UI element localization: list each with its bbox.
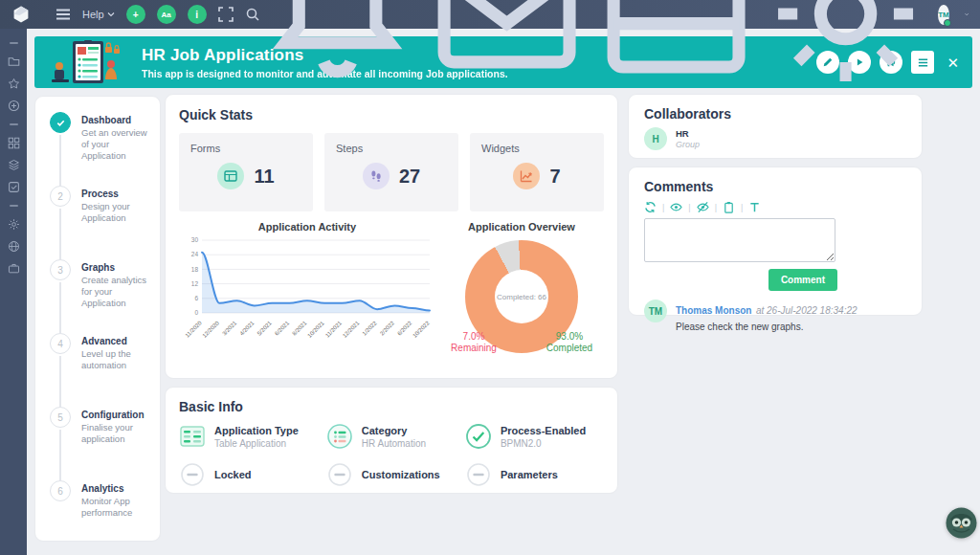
- svg-text:0: 0: [194, 309, 198, 316]
- application-overview-chart: Application Overview Completed: 66 7.0% …: [439, 221, 604, 353]
- step-number: 6: [50, 480, 71, 501]
- globe-icon[interactable]: [8, 240, 20, 253]
- stat-value: 11: [254, 166, 274, 188]
- info-label: Process-Enabled: [501, 425, 586, 436]
- step-title: Graphs: [81, 259, 152, 273]
- donut-label-remaining: 7.0% Remaining: [439, 331, 508, 353]
- charts-row: Application Activity 061218243011/202012…: [179, 221, 604, 353]
- svg-text:11/2020: 11/2020: [184, 320, 203, 339]
- step-dashboard[interactable]: Dashboard Get an overview of your Applic…: [49, 112, 150, 186]
- step-configuration[interactable]: 5 Configuration Finalise your applicatio…: [49, 407, 150, 480]
- envelope-icon: [430, 0, 584, 92]
- info-label: Category: [362, 425, 426, 436]
- info-category: Category HR Automation: [326, 423, 465, 450]
- dash-circle-icon: [179, 461, 206, 488]
- info-sub: Table Application: [214, 438, 299, 449]
- svg-text:4/2021: 4/2021: [238, 320, 256, 337]
- info-customizations: Customizations: [326, 461, 465, 488]
- stat-widgets: Widgets 7: [470, 133, 604, 211]
- svg-text:12/2020: 12/2020: [201, 320, 220, 339]
- step-title: Advanced: [81, 333, 152, 346]
- step-number: 5: [50, 407, 71, 428]
- step-advanced[interactable]: 4 Advanced Level up the automation: [49, 333, 150, 407]
- refresh-icon[interactable]: [644, 201, 657, 213]
- comment-author-name[interactable]: Thomas Monson: [676, 305, 751, 316]
- svg-text:8/2021: 8/2021: [291, 320, 308, 337]
- stat-value: 7: [549, 166, 560, 188]
- left-icon-rail: [0, 29, 27, 555]
- step-desc: Monitor App performance: [81, 496, 152, 519]
- svg-text:12/2021: 12/2021: [342, 320, 361, 339]
- step-title: Configuration: [81, 407, 152, 420]
- comment-input[interactable]: [644, 218, 835, 262]
- brightness-button[interactable]: 0: [768, 0, 923, 92]
- briefcase-icon[interactable]: [8, 262, 20, 275]
- eye-slash-icon[interactable]: [697, 201, 709, 213]
- svg-text:2/2022: 2/2022: [379, 320, 396, 337]
- rail-divider: [10, 123, 18, 125]
- folder-icon[interactable]: [8, 56, 20, 68]
- dash-circle-icon: [326, 461, 353, 488]
- user-avatar[interactable]: TM: [938, 5, 949, 25]
- info-locked: Locked: [179, 461, 326, 488]
- collaborator-name: HR: [676, 128, 700, 139]
- help-menu[interactable]: Help: [82, 9, 115, 20]
- stat-forms: Forms 11: [179, 133, 313, 211]
- clipboard-icon[interactable]: [723, 201, 735, 213]
- rail-divider: [10, 42, 18, 44]
- layers-icon[interactable]: [8, 159, 20, 171]
- check-circle-icon: [465, 423, 492, 450]
- svg-text:6/2021: 6/2021: [274, 320, 291, 337]
- wizard-stepper: Dashboard Get an overview of your Applic…: [34, 96, 161, 542]
- basic-info-card: Basic Info Application Type Table Applic…: [165, 387, 618, 494]
- assistant-owl-button[interactable]: [945, 506, 978, 540]
- step-graphs[interactable]: 3 Graphs Create analytics for your Appli…: [49, 259, 150, 333]
- add-button[interactable]: +: [126, 5, 145, 24]
- line-chart-title: Application Activity: [179, 221, 435, 233]
- step-number: 2: [50, 186, 71, 207]
- stat-label: Widgets: [481, 143, 592, 154]
- stat-value: 27: [399, 166, 420, 188]
- comments-card: Comments | | | | Comment TM Thomas Monso…: [628, 166, 923, 316]
- line-chart-plot: 061218243011/202012/20203/20214/20215/20…: [179, 233, 435, 353]
- fullscreen-icon[interactable]: [218, 7, 234, 22]
- step-number: 3: [50, 259, 71, 280]
- text-format-icon[interactable]: [748, 201, 761, 213]
- application-activity-chart: Application Activity 061218243011/202012…: [179, 221, 435, 353]
- svg-text:10/2021: 10/2021: [306, 320, 325, 339]
- svg-text:6/2022: 6/2022: [396, 320, 413, 337]
- plus-circle-icon[interactable]: [8, 100, 20, 112]
- collaborators-card: Collaborators H HR Group: [628, 94, 923, 159]
- info-sub: HR Automation: [362, 438, 426, 449]
- eye-icon[interactable]: [670, 201, 682, 213]
- category-list-icon: [326, 423, 353, 450]
- text-size-button[interactable]: Aa: [157, 5, 176, 24]
- collaborator-avatar: H: [644, 127, 667, 150]
- hamburger-menu-icon[interactable]: [56, 7, 71, 22]
- help-label: Help: [82, 9, 104, 20]
- star-icon[interactable]: [8, 78, 20, 90]
- info-parameters: Parameters: [465, 461, 604, 488]
- mail-button[interactable]: 197: [430, 0, 584, 92]
- comments-title: Comments: [644, 179, 906, 194]
- comment-entry: TM Thomas Monson at 26-Jul-2022 18:34:22…: [644, 300, 906, 332]
- comment-text: Please check the new graphs.: [676, 322, 858, 332]
- svg-text:12: 12: [191, 280, 199, 287]
- info-button[interactable]: i: [188, 5, 207, 24]
- apps-button[interactable]: 122: [599, 0, 753, 92]
- svg-text:11/2021: 11/2021: [324, 320, 344, 339]
- step-analytics[interactable]: 6 Analytics Monitor App performance: [49, 480, 150, 554]
- info-label: Locked: [214, 469, 252, 480]
- comment-submit-button[interactable]: Comment: [768, 269, 837, 291]
- grid-icon[interactable]: [8, 137, 20, 149]
- step-title: Process: [81, 186, 152, 199]
- step-process[interactable]: 2 Process Design your Application: [49, 186, 150, 259]
- step-number: 4: [50, 333, 71, 354]
- gear-icon[interactable]: [8, 218, 20, 231]
- app-logo-icon[interactable]: [11, 5, 31, 24]
- check-square-icon[interactable]: [8, 181, 20, 193]
- user-menu-chevron-icon[interactable]: [965, 11, 969, 18]
- notifications-button[interactable]: 130: [260, 0, 414, 92]
- table-icon: [179, 423, 206, 450]
- search-icon[interactable]: [245, 7, 260, 22]
